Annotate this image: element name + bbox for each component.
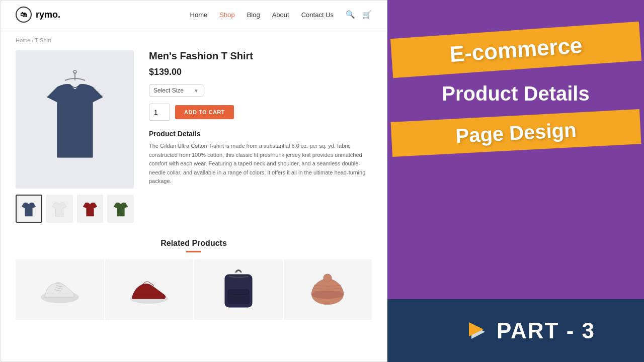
beanie-image bbox=[305, 267, 350, 312]
nav-contact[interactable]: Contact Us bbox=[301, 11, 334, 19]
tshirt-svg bbox=[35, 69, 115, 170]
size-select-label: Select Size bbox=[153, 87, 184, 94]
nav-blog[interactable]: Blog bbox=[247, 11, 260, 19]
product-info: Men's Fashion T Shirt $139.00 Select Siz… bbox=[149, 50, 372, 223]
promo-banner: E-commerce Product Details Page Design P… bbox=[387, 0, 644, 362]
search-icon[interactable]: 🔍 bbox=[346, 10, 355, 19]
logo-icon: 🛍 bbox=[16, 7, 32, 23]
product-details-label: Product Details bbox=[442, 82, 589, 105]
part-label: PART - 3 bbox=[497, 318, 595, 343]
product-price: $139.00 bbox=[149, 67, 372, 77]
thumbnail-row bbox=[16, 195, 134, 223]
backpack-image bbox=[216, 264, 261, 315]
product-content: Home / T-Shirt bbox=[1, 29, 387, 231]
product-description: The Gildan Ultra Cotton T-shirt is made … bbox=[149, 142, 372, 186]
nav-shop[interactable]: Shop bbox=[219, 11, 234, 19]
related-item-3[interactable] bbox=[194, 259, 283, 320]
size-select[interactable]: Select Size ▼ bbox=[149, 84, 203, 97]
chevron-down-icon: ▼ bbox=[194, 88, 199, 94]
main-product-image bbox=[16, 50, 134, 189]
thumbnail-navy[interactable] bbox=[16, 195, 42, 223]
logo-text: rymo. bbox=[36, 10, 60, 20]
svg-point-11 bbox=[324, 274, 332, 282]
thumbnail-green[interactable] bbox=[107, 195, 134, 223]
sneaker-image bbox=[37, 269, 83, 310]
part-bar: PART - 3 bbox=[387, 299, 644, 362]
thumbnail-red[interactable] bbox=[77, 195, 104, 223]
product-details-title: Product Details bbox=[149, 130, 372, 138]
nav-about[interactable]: About bbox=[272, 11, 289, 19]
cart-icon[interactable]: 🛒 bbox=[362, 10, 372, 19]
related-underline bbox=[186, 251, 201, 252]
navigation: 🛍 rymo. Home Shop Blog About Contact Us … bbox=[1, 1, 387, 29]
nav-icons: 🔍 🛒 bbox=[346, 10, 372, 19]
svg-point-10 bbox=[311, 291, 344, 299]
related-item-1[interactable] bbox=[16, 259, 104, 320]
add-to-cart-button[interactable]: ADD TO CART bbox=[175, 105, 234, 119]
svg-rect-8 bbox=[228, 290, 249, 304]
related-item-4[interactable] bbox=[284, 259, 372, 320]
ecommerce-label: E-commerce bbox=[448, 33, 583, 66]
website-mockup: 🛍 rymo. Home Shop Blog About Contact Us … bbox=[0, 0, 387, 362]
maroon-shoe-image bbox=[126, 269, 172, 310]
promo-top: E-commerce Product Details Page Design bbox=[403, 20, 629, 150]
quantity-input[interactable] bbox=[149, 104, 170, 121]
product-images bbox=[16, 50, 134, 223]
page-design-label: Page Design bbox=[455, 119, 577, 147]
related-item-2[interactable] bbox=[105, 259, 194, 320]
related-section: Related Products bbox=[1, 231, 387, 328]
logo: 🛍 rymo. bbox=[16, 7, 60, 23]
related-products-grid bbox=[16, 259, 372, 320]
related-products-title: Related Products bbox=[16, 239, 372, 248]
nav-links: Home Shop Blog About Contact Us bbox=[190, 11, 334, 19]
arrow-icon bbox=[436, 314, 487, 347]
product-layout: Men's Fashion T Shirt $139.00 Select Siz… bbox=[16, 50, 372, 223]
breadcrumb: Home / T-Shirt bbox=[16, 37, 372, 43]
thumbnail-white[interactable] bbox=[46, 195, 73, 223]
nav-home[interactable]: Home bbox=[190, 11, 208, 19]
add-to-cart-row: ADD TO CART bbox=[149, 104, 372, 121]
product-title: Men's Fashion T Shirt bbox=[149, 50, 372, 62]
